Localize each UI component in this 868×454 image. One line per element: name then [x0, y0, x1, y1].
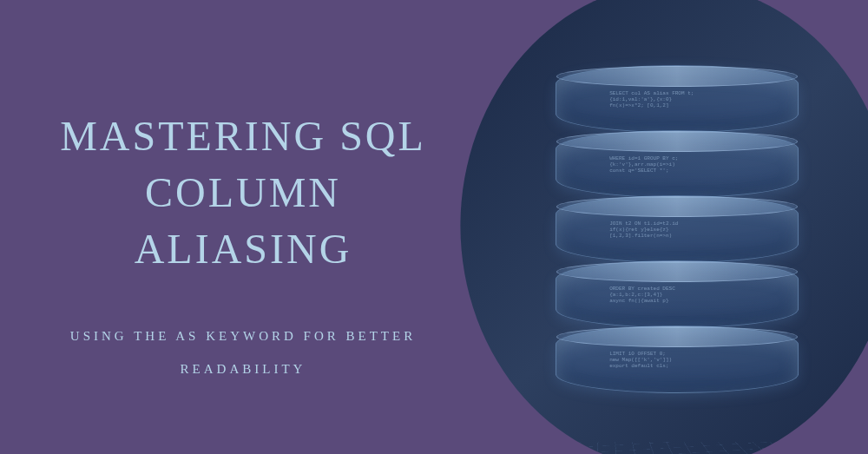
hero-image: SELECT col AS alias FROM t; {id:1,val:'a… — [451, 0, 868, 454]
database-cylinder-graphic: SELECT col AS alias FROM t; {id:1,val:'a… — [451, 0, 868, 454]
database-disk: LIMIT 10 OFFSET 0; new Map([['k','v']]) … — [556, 326, 799, 393]
database-disk: WHERE id=1 GROUP BY c; {k:'v'},arr.map(i… — [556, 130, 799, 198]
perspective-grid — [451, 442, 868, 454]
cylinder-stack: SELECT col AS alias FROM t; {id:1,val:'a… — [556, 52, 799, 399]
code-texture: ORDER BY created DESC {a:1,b:2,c:[3,4]} … — [609, 286, 745, 320]
page-title: MASTERING SQL COLUMN ALIASING — [48, 109, 438, 277]
code-texture: SELECT col AS alias FROM t; {id:1,val:'a… — [609, 90, 745, 125]
code-texture: WHERE id=1 GROUP BY c; {k:'v'},arr.map(i… — [609, 155, 745, 190]
database-disk: JOIN t2 ON t1.id=t2.id if(x){ret y}else{… — [556, 195, 799, 263]
database-disk: SELECT col AS alias FROM t; {id:1,val:'a… — [556, 65, 799, 133]
code-texture: LIMIT 10 OFFSET 0; new Map([['k','v']]) … — [609, 351, 745, 385]
database-disk: ORDER BY created DESC {a:1,b:2,c:[3,4]} … — [556, 260, 799, 328]
text-content: MASTERING SQL COLUMN ALIASING USING THE … — [48, 109, 438, 385]
page-subtitle: USING THE AS KEYWORD FOR BETTER READABIL… — [48, 320, 438, 385]
code-texture: JOIN t2 ON t1.id=t2.id if(x){ret y}else{… — [609, 220, 745, 255]
